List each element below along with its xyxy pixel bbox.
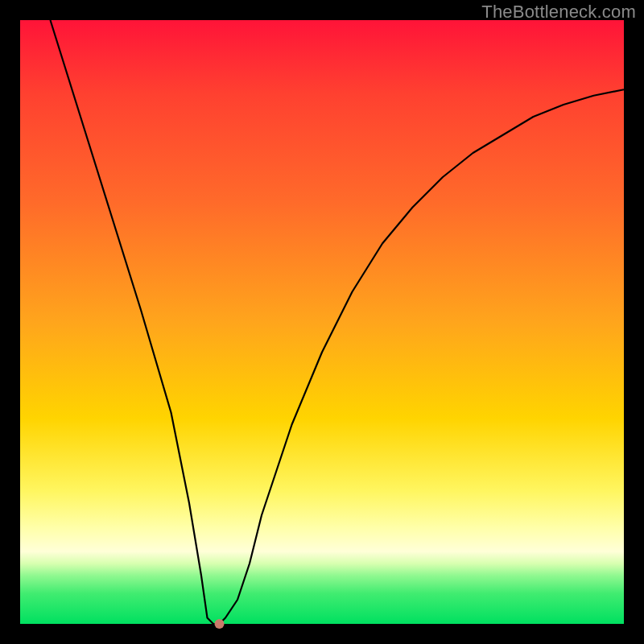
minimum-marker (215, 619, 225, 629)
chart-svg (20, 20, 624, 624)
bottleneck-curve (51, 20, 625, 624)
